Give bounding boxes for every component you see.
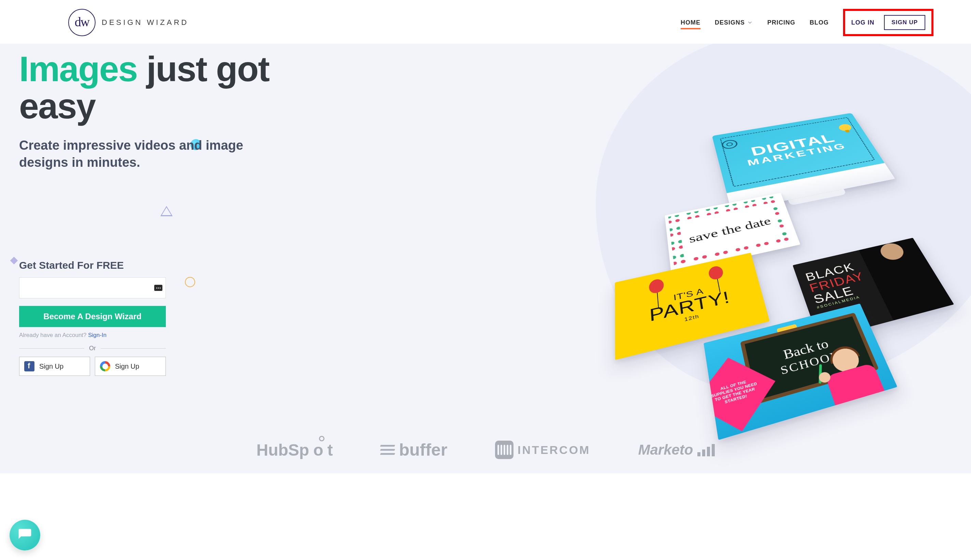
get-started-title: Get Started For FREE: [19, 260, 166, 271]
template-collage: DIGITAL MARKETING save the date IT'S A P…: [582, 92, 958, 398]
hero-title-accent: Images: [19, 49, 137, 89]
login-link[interactable]: LOG IN: [851, 19, 874, 26]
or-divider: Or: [19, 345, 166, 352]
logo-badge-icon: dw: [68, 9, 95, 36]
logo[interactable]: dw DESIGN WIZARD: [68, 9, 189, 36]
google-icon: [100, 361, 110, 372]
card-digital-marketing: DIGITAL MARKETING: [712, 113, 895, 212]
promo-badge-text: ALL OF THE SUPPLIES YOU NEED TO GET THE …: [704, 360, 770, 428]
chat-widget-button[interactable]: [10, 520, 40, 550]
marketo-bars-icon: [697, 443, 715, 456]
nav-designs-label: DESIGNS: [715, 19, 745, 26]
hero-subtitle: Create impressive videos and image desig…: [19, 137, 258, 171]
top-nav: dw DESIGN WIZARD HOME DESIGNS PRICING BL…: [0, 0, 971, 44]
hero-copy: Images just got easy Create impressive v…: [19, 50, 309, 376]
chat-bubble-icon: [17, 528, 32, 543]
already-account-line: Already have an Account? Sign-In: [19, 332, 166, 339]
buffer-stack-icon: [380, 443, 395, 457]
brand-hubspot: HubSpot: [257, 441, 333, 459]
intercom-icon: [495, 441, 514, 459]
facebook-icon: [24, 361, 35, 372]
google-signup-button[interactable]: Sign Up: [95, 357, 166, 376]
or-text: Or: [89, 345, 96, 352]
brand-buffer: buffer: [380, 440, 447, 460]
divider-line-right: [101, 348, 166, 348]
logo-mark: dw: [75, 14, 89, 29]
brand-marketo-text: Marketo: [638, 442, 693, 458]
google-signup-label: Sign Up: [115, 363, 139, 370]
email-input-wrap: [19, 277, 166, 298]
nav-blog[interactable]: BLOG: [810, 19, 829, 26]
hero-title: Images just got easy: [19, 50, 309, 125]
brand-marketo: Marketo: [638, 442, 714, 458]
nav-designs[interactable]: DESIGNS: [715, 19, 753, 26]
model-photo-icon: [857, 238, 954, 323]
auth-box-highlight: LOG IN SIGN UP: [843, 9, 933, 36]
nav-pricing[interactable]: PRICING: [767, 19, 795, 26]
facebook-signup-label: Sign Up: [39, 363, 63, 370]
password-manager-icon[interactable]: [154, 285, 162, 291]
brand-logo-row: HubSpot buffer INTERCOM Marketo: [0, 440, 971, 460]
hero-section: Images just got easy Create impressive v…: [0, 44, 971, 473]
logo-text: DESIGN WIZARD: [102, 18, 189, 27]
social-signup-row: Sign Up Sign Up: [19, 357, 166, 376]
brand-intercom-text: INTERCOM: [517, 443, 590, 457]
nav-links: HOME DESIGNS PRICING BLOG LOG IN SIGN UP: [681, 9, 933, 36]
signup-button[interactable]: SIGN UP: [884, 15, 925, 30]
email-input[interactable]: [19, 277, 166, 298]
already-account-text: Already have an Account?: [19, 332, 88, 338]
nav-home[interactable]: HOME: [681, 19, 701, 26]
become-wizard-button[interactable]: Become A Design Wizard: [19, 306, 166, 327]
facebook-signup-button[interactable]: Sign Up: [19, 357, 90, 376]
brand-buffer-text: buffer: [399, 440, 447, 460]
divider-line-left: [19, 348, 84, 348]
get-started-panel: Get Started For FREE Become A Design Wiz…: [19, 260, 166, 376]
signin-link[interactable]: Sign-In: [88, 332, 107, 338]
chevron-down-icon: [747, 20, 753, 26]
brand-intercom: INTERCOM: [495, 441, 590, 459]
